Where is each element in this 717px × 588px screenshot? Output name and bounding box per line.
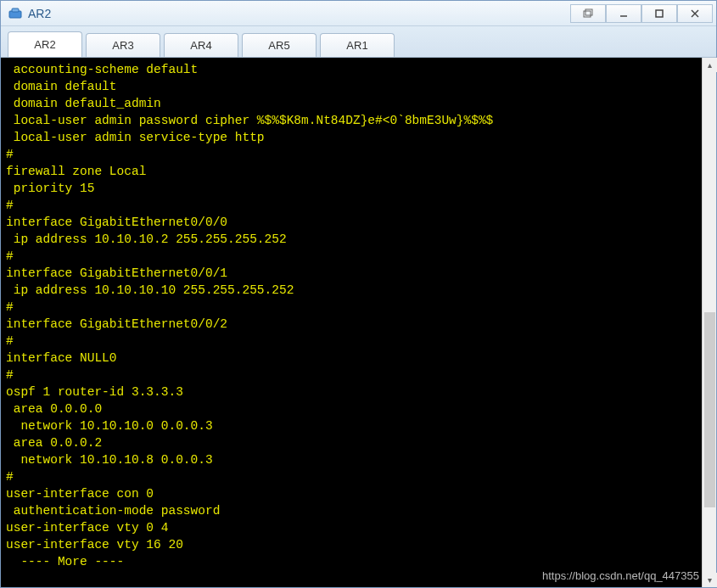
tab-ar5[interactable]: AR5 <box>242 33 316 57</box>
svg-rect-3 <box>585 9 592 15</box>
svg-rect-5 <box>656 10 663 17</box>
window-title: AR2 <box>28 7 570 20</box>
tab-ar3[interactable]: AR3 <box>86 33 160 57</box>
tab-bar: AR2 AR3 AR4 AR5 AR1 <box>1 26 716 57</box>
tab-ar2[interactable]: AR2 <box>8 31 82 57</box>
detach-button[interactable] <box>570 4 606 23</box>
maximize-button[interactable] <box>641 4 677 23</box>
tab-label: AR3 <box>112 39 133 52</box>
tab-ar4[interactable]: AR4 <box>164 33 238 57</box>
svg-rect-1 <box>12 8 19 12</box>
app-icon <box>8 6 23 21</box>
tab-ar1[interactable]: AR1 <box>320 33 395 57</box>
tab-label: AR1 <box>346 39 367 52</box>
tab-label: AR2 <box>34 38 55 51</box>
scrollbar[interactable]: ▴ ▾ <box>702 58 716 587</box>
scroll-down-arrow[interactable]: ▾ <box>703 573 717 587</box>
window-controls <box>570 4 713 23</box>
app-window: AR2 AR2 AR3 AR4 AR5 AR1 accounting-schem… <box>0 0 717 588</box>
terminal-output[interactable]: accounting-scheme default domain default… <box>1 58 702 587</box>
titlebar: AR2 <box>1 1 716 26</box>
scroll-thumb[interactable] <box>704 312 715 507</box>
close-button[interactable] <box>677 4 713 23</box>
tab-label: AR4 <box>190 39 211 52</box>
minimize-button[interactable] <box>606 4 641 23</box>
terminal-container: accounting-scheme default domain default… <box>1 57 716 587</box>
svg-rect-2 <box>584 11 591 17</box>
tab-label: AR5 <box>268 39 289 52</box>
scroll-up-arrow[interactable]: ▴ <box>703 58 717 72</box>
